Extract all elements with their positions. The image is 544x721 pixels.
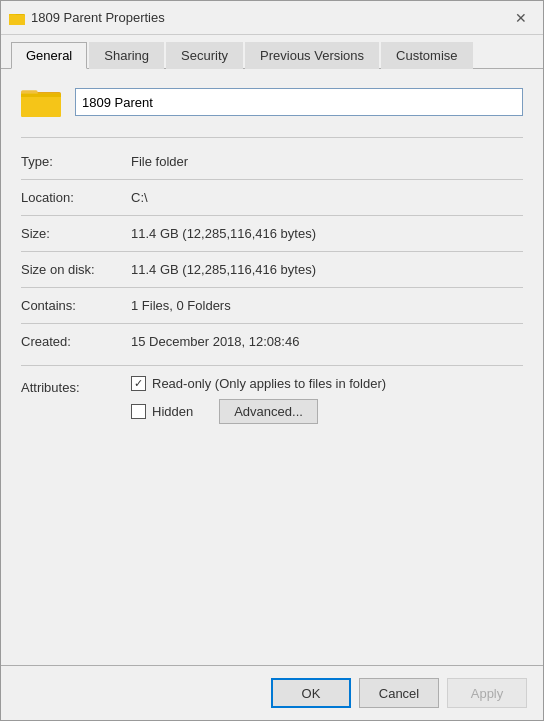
location-label: Location: xyxy=(21,184,131,211)
divider-size-disk xyxy=(21,287,523,288)
tab-sharing[interactable]: Sharing xyxy=(89,42,164,69)
contains-label: Contains: xyxy=(21,292,131,319)
hidden-row: Hidden Advanced... xyxy=(131,399,386,424)
divider-1 xyxy=(21,137,523,138)
title-bar-left: 1809 Parent Properties xyxy=(9,10,165,26)
svg-rect-2 xyxy=(9,15,25,25)
tab-general[interactable]: General xyxy=(11,42,87,69)
readonly-checkbox[interactable] xyxy=(131,376,146,391)
size-on-disk-value: 11.4 GB (12,285,116,416 bytes) xyxy=(131,256,523,283)
close-button[interactable]: ✕ xyxy=(507,7,535,29)
tab-customise[interactable]: Customise xyxy=(381,42,472,69)
readonly-row: Read-only (Only applies to files in fold… xyxy=(131,376,386,391)
tab-security[interactable]: Security xyxy=(166,42,243,69)
attributes-controls: Read-only (Only applies to files in fold… xyxy=(131,376,386,432)
divider-location xyxy=(21,215,523,216)
cancel-button[interactable]: Cancel xyxy=(359,678,439,708)
type-value: File folder xyxy=(131,148,523,175)
type-label: Type: xyxy=(21,148,131,175)
divider-2 xyxy=(21,365,523,366)
divider-contains xyxy=(21,323,523,324)
advanced-button[interactable]: Advanced... xyxy=(219,399,318,424)
size-value: 11.4 GB (12,285,116,416 bytes) xyxy=(131,220,523,247)
content-area: Type: File folder Location: C:\ Size: 11… xyxy=(1,69,543,665)
readonly-label: Read-only (Only applies to files in fold… xyxy=(152,376,386,391)
svg-rect-5 xyxy=(21,94,61,117)
hidden-checkbox[interactable] xyxy=(131,404,146,419)
properties-window: 1809 Parent Properties ✕ General Sharing… xyxy=(0,0,544,721)
info-grid: Type: File folder Location: C:\ Size: 11… xyxy=(21,148,523,355)
title-bar: 1809 Parent Properties ✕ xyxy=(1,1,543,35)
attributes-section-label: Attributes: xyxy=(21,376,131,395)
location-value: C:\ xyxy=(131,184,523,211)
apply-button[interactable]: Apply xyxy=(447,678,527,708)
title-folder-icon xyxy=(9,10,25,26)
tab-bar: General Sharing Security Previous Versio… xyxy=(1,35,543,69)
title-text: 1809 Parent Properties xyxy=(31,10,165,25)
created-label: Created: xyxy=(21,328,131,355)
attributes-row: Attributes: Read-only (Only applies to f… xyxy=(21,376,523,432)
contains-value: 1 Files, 0 Folders xyxy=(131,292,523,319)
svg-rect-6 xyxy=(21,94,61,97)
folder-name-input[interactable] xyxy=(75,88,523,116)
created-value: 15 December 2018, 12:08:46 xyxy=(131,328,523,355)
folder-icon xyxy=(21,85,61,119)
divider-size xyxy=(21,251,523,252)
folder-name-row xyxy=(21,85,523,119)
hidden-label: Hidden xyxy=(152,404,193,419)
footer: OK Cancel Apply xyxy=(1,665,543,720)
ok-button[interactable]: OK xyxy=(271,678,351,708)
divider-type xyxy=(21,179,523,180)
tab-previous-versions[interactable]: Previous Versions xyxy=(245,42,379,69)
size-on-disk-label: Size on disk: xyxy=(21,256,131,283)
size-label: Size: xyxy=(21,220,131,247)
